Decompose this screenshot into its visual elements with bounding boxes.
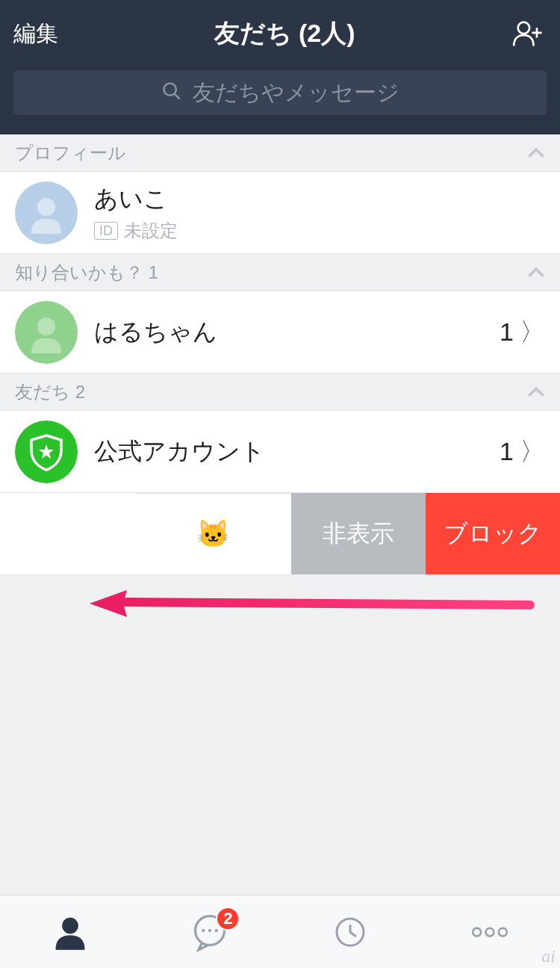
chevron-right-icon: 〉 <box>520 435 545 469</box>
search-icon <box>161 81 182 105</box>
section-header-friends[interactable]: 友だち 2 <box>0 373 560 411</box>
svg-point-0 <box>518 22 529 34</box>
chevron-right-icon: 〉 <box>520 315 545 350</box>
hide-button[interactable]: 非表示 <box>291 493 426 574</box>
block-button[interactable]: ブロック <box>426 493 560 574</box>
count-value: 1 <box>500 317 514 347</box>
official-account-row[interactable]: 公式アカウント 1 〉 <box>0 411 560 493</box>
page-title: 友だち (2人) <box>214 16 355 51</box>
add-friend-icon[interactable] <box>511 19 547 49</box>
svg-point-2 <box>37 198 55 216</box>
official-body: 公式アカウント <box>94 435 500 468</box>
swipe-actions-row: 🐱 非表示 ブロック <box>0 493 560 575</box>
suggestion-body: はるちゃん <box>94 316 500 349</box>
section-header-label: プロフィール <box>15 141 126 165</box>
chevron-up-icon <box>527 262 545 283</box>
svg-point-10 <box>473 928 482 936</box>
shield-star-icon <box>15 421 78 483</box>
svg-point-1 <box>164 84 175 96</box>
profile-id-row: ID 未設定 <box>94 219 545 243</box>
search-placeholder: 友だちやメッセージ <box>193 78 399 108</box>
chevron-up-icon <box>527 143 545 164</box>
profile-row[interactable]: あいこ ID 未設定 <box>0 172 560 254</box>
tab-friends[interactable] <box>48 910 93 955</box>
section-header-suggestions[interactable]: 知り合いかも？ 1 <box>0 254 560 291</box>
tab-more[interactable] <box>467 910 512 955</box>
search-input[interactable]: 友だちやメッセージ <box>13 70 547 115</box>
tab-chats[interactable]: 2 <box>187 910 232 955</box>
svg-point-7 <box>208 928 211 931</box>
svg-point-3 <box>37 317 55 335</box>
tab-timeline[interactable] <box>328 910 373 955</box>
suggestion-name: はるちゃん <box>94 316 500 349</box>
avatar <box>15 301 78 364</box>
id-badge: ID <box>94 222 118 240</box>
chevron-up-icon <box>527 382 545 403</box>
section-header-label: 友だち 2 <box>15 380 85 404</box>
annotation-arrow <box>0 589 560 621</box>
section-header-profile[interactable]: プロフィール <box>0 134 560 172</box>
cat-emoji-icon: 🐱 <box>196 518 230 550</box>
svg-point-4 <box>62 917 78 934</box>
edit-button[interactable]: 編集 <box>13 19 58 49</box>
header-bar: 編集 友だち (2人) 友だちやメッセージ <box>0 0 560 134</box>
profile-name: あいこ <box>94 183 545 216</box>
profile-body: あいこ ID 未設定 <box>94 183 545 243</box>
official-count: 1 〉 <box>500 435 545 469</box>
svg-point-6 <box>202 928 205 931</box>
chat-badge: 2 <box>216 907 240 931</box>
suggestion-row[interactable]: はるちゃん 1 〉 <box>0 291 560 373</box>
swiped-friend-emoji[interactable]: 🐱 <box>134 493 291 574</box>
id-status: 未設定 <box>124 219 178 243</box>
avatar <box>15 182 78 244</box>
watermark: ai <box>541 946 556 967</box>
count-value: 1 <box>500 437 514 466</box>
official-name: 公式アカウント <box>94 435 500 468</box>
header-top: 編集 友だち (2人) <box>13 0 547 67</box>
tab-bar: 2 <box>0 895 560 968</box>
section-header-label: 知り合いかも？ 1 <box>15 261 158 285</box>
suggestion-count: 1 〉 <box>500 315 545 350</box>
svg-point-11 <box>486 928 494 936</box>
svg-point-12 <box>499 928 507 936</box>
svg-point-8 <box>215 928 218 931</box>
